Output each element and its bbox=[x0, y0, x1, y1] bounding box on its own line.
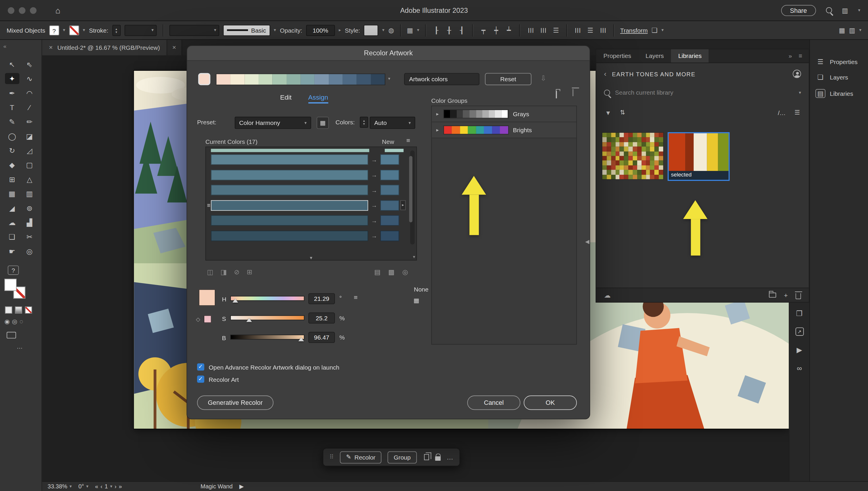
close-window-button[interactable] bbox=[8, 7, 15, 14]
fill-color-control[interactable]: ? bbox=[49, 25, 59, 35]
panel-button-libraries[interactable]: ▤ Libraries bbox=[810, 85, 868, 102]
taskbar-drag-handle[interactable]: ⠿ bbox=[329, 454, 334, 461]
new-color-row-icon[interactable]: ⊞ bbox=[247, 268, 252, 276]
chevron-down-icon[interactable]: ▾ bbox=[63, 28, 65, 33]
new-color-group-folder-icon[interactable] bbox=[556, 91, 557, 98]
color-wheel-icon[interactable]: ◎ bbox=[402, 268, 408, 276]
align-middle-icon[interactable]: ┿ bbox=[492, 26, 500, 34]
filter-icon[interactable]: ▼ bbox=[605, 109, 611, 116]
tab-layers[interactable]: Layers bbox=[638, 49, 671, 63]
symbol-sprayer-tool[interactable]: ☁ bbox=[5, 217, 19, 228]
distribute-spacing-icon-3[interactable]: ☰ bbox=[599, 26, 607, 34]
active-colors-ramp[interactable] bbox=[216, 74, 385, 85]
recolor-art-checkbox[interactable] bbox=[197, 376, 204, 383]
eyedropper-tool[interactable]: ◢ bbox=[5, 202, 19, 213]
chevron-down-icon[interactable]: ▾ bbox=[388, 76, 390, 81]
color-mapping-row[interactable]: → bbox=[206, 154, 408, 165]
previous-artboard-icon[interactable]: ‹ bbox=[101, 483, 103, 490]
stroke-style-dropdown[interactable]: Basic bbox=[223, 25, 270, 36]
transform-label[interactable]: Transform bbox=[620, 27, 648, 33]
direct-selection-tool[interactable]: ⇖ bbox=[22, 59, 36, 69]
save-changes-icon[interactable]: ⇩ bbox=[540, 74, 546, 82]
paintbrush-tool[interactable]: ✎ bbox=[5, 116, 19, 127]
color-group-swatch-button[interactable] bbox=[198, 73, 211, 85]
type-tool[interactable]: T bbox=[5, 102, 19, 113]
close-tab-icon[interactable]: ✕ bbox=[49, 45, 53, 50]
hue-slider[interactable] bbox=[230, 296, 305, 301]
scale-tool[interactable]: ◿ bbox=[22, 145, 36, 156]
taskbar-more-icon[interactable]: … bbox=[446, 453, 453, 461]
distribute-center-icon[interactable]: ☰ bbox=[539, 26, 548, 34]
current-colors-list[interactable]: →→→≣→▸→→ ▾ ▾ bbox=[206, 146, 417, 260]
color-mapping-row[interactable]: → bbox=[206, 215, 408, 226]
sort-icon[interactable]: ⇅ bbox=[620, 109, 625, 116]
gradient-tool[interactable]: ▥ bbox=[22, 188, 36, 199]
first-artboard-icon[interactable]: « bbox=[95, 483, 98, 490]
color-mapping-row[interactable]: → bbox=[206, 230, 408, 241]
color-group-row-brights[interactable]: ▸ Brights bbox=[432, 122, 576, 138]
new-color-chip[interactable] bbox=[380, 154, 399, 165]
minimize-window-button[interactable] bbox=[19, 7, 26, 14]
color-groups-list[interactable]: ▸ Grays ▸ Brights bbox=[431, 106, 577, 345]
magic-wand-tool[interactable]: ✦ bbox=[5, 73, 19, 84]
blend-tool[interactable]: ⊚ bbox=[22, 202, 36, 213]
account-avatar-icon[interactable] bbox=[793, 69, 801, 78]
artboard-number[interactable]: 1 bbox=[105, 483, 108, 490]
pen-tool[interactable]: ✒ bbox=[5, 87, 19, 98]
collapse-groups-icon[interactable]: ◀ bbox=[585, 238, 590, 244]
home-icon[interactable]: ⌂ bbox=[55, 5, 60, 15]
separate-colors-icon[interactable]: ◨ bbox=[221, 268, 227, 276]
chevron-down-icon[interactable]: ▾ bbox=[858, 8, 861, 13]
limit-colors-icon[interactable]: ▩ bbox=[388, 268, 395, 276]
chevron-down-icon[interactable]: ▾ bbox=[274, 28, 276, 33]
mesh-tool[interactable]: ▦ bbox=[5, 188, 19, 199]
brightness-value-field[interactable]: 96.47 bbox=[308, 332, 335, 343]
dialog-title[interactable]: Recolor Artwork bbox=[187, 46, 590, 61]
collapse-tools-icon[interactable]: « bbox=[3, 43, 6, 49]
library-color-theme-item[interactable] bbox=[602, 132, 664, 180]
play-icon[interactable]: ▶ bbox=[796, 346, 802, 354]
reset-button[interactable]: Reset bbox=[485, 73, 532, 85]
row-expander-icon[interactable]: ▸ bbox=[400, 200, 406, 210]
fill-swatch[interactable] bbox=[4, 279, 17, 291]
align-bottom-icon[interactable]: ┷ bbox=[505, 26, 513, 34]
zoom-control[interactable]: 33.38% ▾ bbox=[48, 483, 72, 490]
panel-button-properties[interactable]: ☰ Properties bbox=[810, 54, 868, 69]
sync-cloud-icon[interactable]: ☁ bbox=[604, 291, 611, 299]
exclude-colors-icon[interactable]: ⊘ bbox=[234, 268, 240, 276]
saturation-slider[interactable] bbox=[230, 315, 305, 320]
rotation-control[interactable]: 0° ▾ bbox=[78, 483, 88, 490]
align-center-horizontal-icon[interactable]: ╂ bbox=[445, 26, 454, 34]
align-left-icon[interactable]: ┠ bbox=[432, 26, 441, 34]
current-color-bar[interactable] bbox=[211, 215, 368, 226]
distribute-vertical-icon[interactable]: ☰ bbox=[551, 26, 560, 34]
color-group-name-field[interactable]: Artwork colors bbox=[404, 73, 479, 85]
merge-colors-icon[interactable]: ◫ bbox=[207, 268, 213, 276]
hue-value-field[interactable]: 21.29 bbox=[308, 293, 335, 304]
list-expand-icon[interactable]: ▾ bbox=[310, 255, 313, 261]
zoom-window-button[interactable] bbox=[30, 7, 37, 14]
brightness-slider-handle[interactable] bbox=[298, 338, 304, 341]
selected-color-swatch[interactable] bbox=[199, 289, 215, 306]
add-icon[interactable]: + bbox=[784, 291, 788, 299]
stroke-color-control[interactable] bbox=[69, 25, 79, 35]
slice-tool[interactable]: ✂ bbox=[22, 231, 36, 242]
shape-builder-tool[interactable]: ⊞ bbox=[5, 174, 19, 185]
chevron-right-icon[interactable]: ▸ bbox=[436, 111, 439, 117]
fill-stroke-indicator[interactable] bbox=[4, 279, 29, 301]
saturation-value-field[interactable]: 25.2 bbox=[308, 313, 335, 323]
library-color-group-selected[interactable]: selected bbox=[668, 132, 730, 181]
duplicate-icon[interactable] bbox=[424, 454, 429, 460]
group-button[interactable]: Group bbox=[388, 451, 417, 463]
scroll-down-icon[interactable]: ▾ bbox=[413, 255, 415, 259]
free-transform-tool[interactable]: ▢ bbox=[22, 159, 36, 170]
document-tab-2[interactable]: ✕ bbox=[167, 40, 182, 55]
chevron-right-icon[interactable]: ▸ bbox=[436, 127, 439, 133]
tab-edit[interactable]: Edit bbox=[280, 93, 292, 104]
cancel-button[interactable]: Cancel bbox=[467, 396, 520, 410]
chevron-down-icon[interactable]: ▾ bbox=[83, 28, 85, 33]
artboard-tool[interactable]: ❏ bbox=[5, 231, 19, 242]
colors-count-stepper[interactable]: ▴▾ bbox=[360, 117, 368, 128]
transform-icon[interactable]: ❏ bbox=[651, 26, 657, 34]
stroke-weight-dropdown[interactable]: ▾ bbox=[125, 25, 157, 36]
